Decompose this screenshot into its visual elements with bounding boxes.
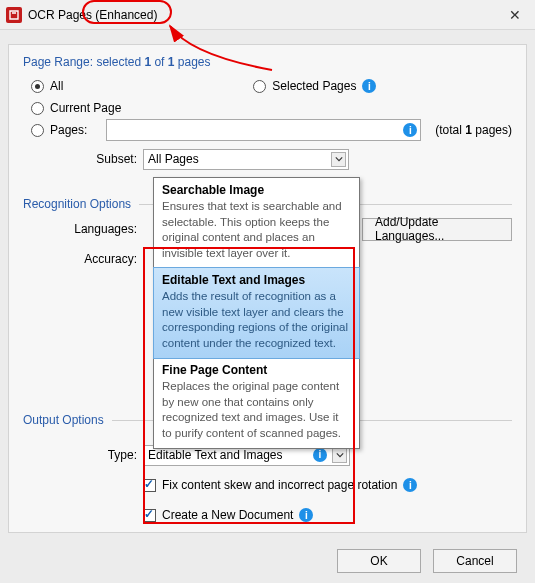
radio-pages-label: Pages:: [50, 123, 96, 137]
fix-skew-row: Fix content skew and incorrect page rota…: [23, 473, 512, 497]
radio-all-label: All: [50, 79, 63, 93]
popup-option-desc: Adds the result of recognition as a new …: [162, 289, 351, 351]
fix-skew-checkbox[interactable]: [143, 479, 156, 492]
radio-pages-row: Pages: i (total 1 pages): [31, 119, 512, 141]
radio-current-page-dot: [31, 102, 44, 115]
fix-skew-label: Fix content skew and incorrect page rota…: [162, 478, 397, 492]
close-button[interactable]: ✕: [495, 0, 535, 30]
popup-option-title: Fine Page Content: [162, 363, 351, 377]
pages-input[interactable]: i: [106, 119, 421, 141]
recognition-options-label: Recognition Options: [23, 197, 131, 211]
popup-option-editable-text-images[interactable]: Editable Text and Images Adds the result…: [153, 267, 360, 359]
accuracy-label: Accuracy:: [23, 252, 143, 266]
radio-selected-pages[interactable]: Selected Pages i: [253, 75, 376, 97]
type-label: Type:: [23, 448, 143, 462]
dialog-body: Page Range: selected 1 of 1 pages All Se…: [8, 44, 527, 533]
cancel-button[interactable]: Cancel: [433, 549, 517, 573]
radio-current-page[interactable]: Current Page: [31, 97, 512, 119]
title-enhanced: (Enhanced): [95, 8, 157, 22]
subset-value: All Pages: [148, 152, 199, 166]
new-doc-label: Create a New Document: [162, 508, 293, 522]
app-icon: [6, 7, 22, 23]
radio-selected-pages-label: Selected Pages: [272, 79, 356, 93]
popup-option-title: Editable Text and Images: [162, 273, 351, 287]
info-icon[interactable]: i: [299, 508, 313, 522]
new-doc-checkbox[interactable]: [143, 509, 156, 522]
chevron-down-icon: [332, 448, 347, 463]
add-update-languages-button[interactable]: Add/Update Languages...: [362, 218, 512, 241]
page-range-header: Page Range: selected 1 of 1 pages: [23, 55, 512, 69]
info-icon[interactable]: i: [403, 478, 417, 492]
title-prefix: OCR Pages: [28, 8, 95, 22]
languages-label: Languages:: [23, 222, 143, 236]
info-icon[interactable]: i: [313, 448, 327, 462]
subset-combo[interactable]: All Pages: [143, 149, 349, 170]
titlebar: OCR Pages (Enhanced) ✕: [0, 0, 535, 30]
info-icon[interactable]: i: [362, 79, 376, 93]
radio-selected-pages-dot: [253, 80, 266, 93]
subset-label: Subset:: [23, 152, 143, 166]
popup-option-desc: Ensures that text is searchable and sele…: [162, 199, 351, 261]
info-icon[interactable]: i: [403, 123, 417, 137]
popup-option-desc: Replaces the original page content by ne…: [162, 379, 351, 441]
dialog-footer: OK Cancel: [0, 539, 535, 583]
new-doc-row: Create a New Document i: [23, 503, 512, 527]
window-title: OCR Pages (Enhanced): [28, 8, 157, 22]
radio-pages[interactable]: [31, 124, 44, 137]
chevron-down-icon: [331, 152, 346, 167]
radio-current-page-label: Current Page: [50, 101, 121, 115]
ok-button[interactable]: OK: [337, 549, 421, 573]
total-pages: (total 1 pages): [435, 123, 512, 137]
popup-option-fine-page-content[interactable]: Fine Page Content Replaces the original …: [154, 358, 359, 448]
output-options-label: Output Options: [23, 413, 104, 427]
type-value: Editable Text and Images: [148, 448, 283, 462]
radio-all-dot: [31, 80, 44, 93]
subset-row: Subset: All Pages: [23, 147, 512, 171]
radio-all[interactable]: All: [31, 75, 63, 97]
popup-option-title: Searchable Image: [162, 183, 351, 197]
type-dropdown-popup[interactable]: Searchable Image Ensures that text is se…: [153, 177, 360, 449]
popup-option-searchable-image[interactable]: Searchable Image Ensures that text is se…: [154, 178, 359, 268]
